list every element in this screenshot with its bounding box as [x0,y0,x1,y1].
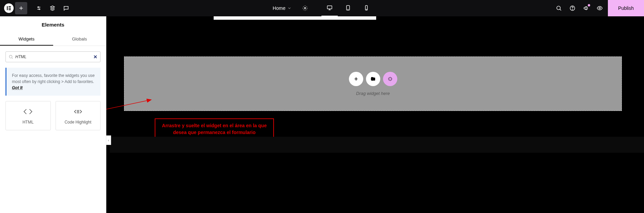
top-toolbar: Home [0,0,644,16]
responsive-group [322,0,375,16]
drop-hint-text: Drag widget here [356,91,390,96]
favorites-tip: For easy access, favorite the widgets yo… [5,68,101,96]
tablet-view-button[interactable] [340,0,356,16]
add-template-button[interactable] [366,72,380,86]
toolbar-center-group: Home [269,0,374,16]
svg-point-15 [599,7,601,9]
widget-search-input[interactable] [15,54,91,59]
code-icon [23,107,33,116]
page-name-label: Home [273,5,285,11]
toolbar-left-group [0,2,72,14]
widget-html[interactable]: HTML [5,101,51,130]
tip-text: For easy access, favorite the widgets yo… [12,73,95,84]
drop-zone-actions [349,72,397,86]
add-section-button[interactable] [349,72,363,86]
widgets-grid: HTML Code Highlight [0,101,106,130]
editor-canvas: Drag widget here Arrastre y suelte el wi… [106,16,644,213]
mobile-view-button[interactable] [358,0,375,16]
svg-point-12 [557,6,561,10]
svg-rect-7 [327,6,332,9]
site-settings-button[interactable] [33,2,45,14]
search-icon [9,54,13,59]
svg-point-4 [38,7,39,8]
add-element-button[interactable] [15,2,27,14]
svg-rect-1 [9,6,11,7]
panel-tabs: Widgets Globals [0,33,106,46]
publish-label: Publish [618,5,634,11]
svg-rect-0 [7,6,8,10]
ai-generate-button[interactable] [383,72,397,86]
svg-rect-2 [9,8,11,9]
toolbar-right-group: Publish [553,0,644,16]
svg-point-9 [348,9,348,10]
notes-button[interactable] [60,2,72,14]
finder-search-button[interactable] [553,2,565,14]
page-selector[interactable]: Home [269,0,295,16]
publish-button[interactable]: Publish [608,0,644,16]
svg-point-14 [572,9,573,10]
desktop-view-button[interactable] [322,0,338,16]
chevron-down-icon [288,6,292,10]
notification-dot-icon [588,4,590,6]
canvas-footer-placeholder [110,137,644,153]
svg-point-6 [304,7,306,9]
annotation-text: Arrastre y suelte el widget en el área e… [162,122,267,136]
elements-panel: Elements Widgets Globals ✕ For easy acce… [0,16,106,213]
elementor-logo[interactable] [4,3,14,13]
panel-collapse-handle[interactable]: ‹ [106,135,111,145]
tip-got-it-link[interactable]: Got It [12,85,22,90]
svg-point-11 [366,9,367,10]
code-highlight-icon [73,107,83,116]
widget-label: Code Highlight [64,120,91,125]
clear-search-button[interactable]: ✕ [93,54,97,60]
tab-widgets[interactable]: Widgets [0,33,53,46]
tab-globals[interactable]: Globals [53,33,106,46]
widget-search-box: ✕ [5,51,101,62]
section-drop-zone[interactable]: Drag widget here [124,56,622,111]
page-settings-button[interactable] [299,2,311,14]
svg-rect-3 [9,9,11,10]
svg-point-16 [9,55,12,58]
preview-button[interactable] [594,2,606,14]
widget-code-highlight[interactable]: Code Highlight [56,101,101,130]
help-button[interactable] [566,2,579,14]
svg-point-5 [39,9,40,10]
structure-button[interactable] [46,2,59,14]
canvas-header-placeholder [214,16,376,20]
whats-new-button[interactable] [580,2,592,14]
panel-title: Elements [0,16,106,33]
widget-label: HTML [22,120,34,125]
